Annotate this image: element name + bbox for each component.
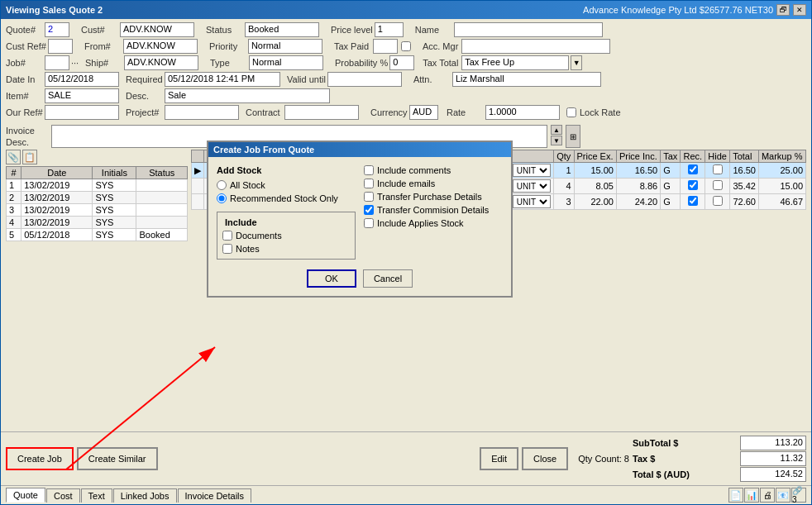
our-ref-value[interactable] — [45, 105, 119, 120]
checkbox-include-emails[interactable]: Include emails — [364, 179, 503, 188]
tax-row: Tax $ 11.32 — [633, 451, 806, 466]
tax-paid-value[interactable] — [373, 39, 398, 54]
toolbar-icon-4[interactable]: 📧 — [776, 488, 791, 503]
date-in-value[interactable]: 05/12/2018 — [45, 72, 119, 87]
toolbar-icon-1[interactable]: 📄 — [728, 488, 743, 503]
scroll-down-btn[interactable]: ▼ — [551, 136, 562, 145]
tab-linked-jobs[interactable]: Linked Jobs — [113, 488, 177, 503]
currency-label: Currency — [370, 107, 408, 117]
row-qty: 4 — [554, 179, 574, 194]
row-num: 4 — [7, 217, 21, 229]
row-num: 2 — [7, 192, 21, 204]
type-label: Type — [210, 58, 247, 68]
quote-number[interactable]: 2 — [45, 22, 69, 37]
tax-paid-label: Tax Paid — [334, 41, 371, 51]
item-value[interactable]: SALE — [45, 88, 119, 103]
activity-row: 4 13/02/2019 SYS — [7, 217, 188, 229]
project-value[interactable] — [165, 105, 239, 120]
attachment-icon[interactable]: 📎 — [6, 150, 21, 164]
notes-icon[interactable]: 📋 — [22, 150, 37, 164]
include-comments-checkbox[interactable] — [364, 165, 374, 175]
row-rec[interactable] — [681, 163, 705, 179]
name-value[interactable] — [454, 22, 603, 37]
attn-value[interactable]: Liz Marshall — [452, 72, 601, 87]
cancel-button[interactable]: Cancel — [363, 269, 413, 288]
checkbox-notes[interactable]: Notes — [222, 244, 350, 254]
currency-value[interactable]: AUD — [409, 105, 438, 120]
checkbox-include-applies[interactable]: Include Applies Stock — [364, 218, 503, 228]
row-rec[interactable] — [681, 194, 705, 210]
row-initials: SYS — [93, 204, 136, 217]
probability-value[interactable]: 0 — [389, 55, 414, 70]
from-value[interactable]: ADV.KNOW — [123, 39, 198, 54]
ok-button[interactable]: OK — [307, 269, 356, 288]
toolbar-icon-3[interactable]: 🖨 — [760, 488, 775, 503]
ship-value[interactable]: ADV.KNOW — [124, 55, 198, 70]
tax-paid-checkbox[interactable] — [401, 41, 411, 51]
totals-panel: SubTotal $ 113.20 Tax $ 11.32 Total $ (A… — [633, 436, 806, 482]
documents-checkbox[interactable] — [222, 231, 232, 241]
notes-checkbox[interactable] — [222, 244, 232, 254]
row-hide[interactable] — [705, 179, 730, 194]
include-applies-checkbox[interactable] — [364, 218, 374, 228]
checkbox-transfer-purchase[interactable]: Transfer Purchase Details — [364, 192, 503, 202]
valid-until-value[interactable] — [327, 72, 402, 87]
required-value[interactable]: 05/12/2018 12:41 PM — [165, 72, 280, 87]
transfer-purchase-label: Transfer Purchase Details — [377, 192, 482, 202]
row-initials: SYS — [93, 179, 136, 192]
tax-total-dropdown[interactable]: ▼ — [571, 55, 582, 70]
transfer-purchase-checkbox[interactable] — [364, 192, 374, 202]
status-value[interactable]: Booked — [245, 22, 319, 37]
include-comments-label: Include comments — [377, 165, 451, 175]
row-unit[interactable]: UNIT — [509, 163, 553, 179]
radio-all-stock-input[interactable] — [217, 180, 227, 190]
expand-btn[interactable]: ⊞ — [566, 125, 580, 148]
total-value: 124.52 — [740, 467, 806, 482]
rate-value[interactable]: 1.0000 — [485, 105, 560, 120]
type-value[interactable]: Normal — [249, 55, 323, 70]
checkbox-documents[interactable]: Documents — [222, 231, 350, 241]
transfer-commission-checkbox[interactable] — [364, 205, 374, 215]
tax-total-value[interactable]: Tax Free Up — [461, 55, 569, 70]
toolbar-icon-2[interactable]: 📊 — [744, 488, 759, 503]
row-unit[interactable]: UNIT — [509, 179, 553, 194]
row-rec[interactable] — [681, 179, 705, 194]
priority-value[interactable]: Normal — [248, 39, 322, 54]
create-similar-button[interactable]: Create Similar — [77, 447, 158, 470]
row-hide[interactable] — [705, 194, 730, 210]
radio-all-stock[interactable]: All Stock — [217, 180, 356, 190]
create-job-dialog[interactable]: Create Job From Quote Add Stock All Stoc… — [207, 141, 513, 298]
tab-invoice-details[interactable]: Invoice Details — [178, 488, 252, 503]
scroll-up-btn[interactable]: ▲ — [551, 125, 562, 135]
subtotal-row: SubTotal $ 113.20 — [633, 436, 806, 450]
tab-quote[interactable]: Quote — [6, 488, 45, 503]
acc-mgr-label: Acc. Mgr — [423, 41, 460, 51]
tab-cost[interactable]: Cost — [46, 488, 80, 503]
radio-recommended-stock-input[interactable] — [217, 193, 227, 203]
checkbox-include-comments[interactable]: Include comments — [364, 165, 503, 175]
col-arrow — [192, 150, 204, 163]
contract-value[interactable] — [284, 105, 359, 120]
edit-button[interactable]: Edit — [480, 447, 518, 470]
close-window-button[interactable]: ✕ — [793, 4, 806, 16]
probability-label: Probability % — [335, 58, 388, 68]
radio-recommended-stock[interactable]: Recommended Stock Only — [217, 193, 356, 203]
row-unit[interactable]: UNIT — [509, 194, 553, 210]
job-value[interactable] — [45, 55, 69, 70]
toolbar-count[interactable]: 🔗 3 — [791, 488, 806, 503]
date-in-label: Date In — [6, 74, 43, 84]
checkbox-transfer-commission[interactable]: Transfer Commision Details — [364, 205, 503, 215]
create-job-button[interactable]: Create Job — [6, 447, 74, 470]
lock-rate-checkbox[interactable] — [566, 107, 576, 117]
restore-button[interactable]: 🗗 — [776, 4, 790, 16]
row-hide[interactable] — [705, 163, 730, 179]
close-button[interactable]: Close — [522, 447, 568, 470]
cust-hash-value[interactable]: ADV.KNOW — [120, 22, 194, 37]
include-emails-checkbox[interactable] — [364, 179, 374, 188]
tab-text[interactable]: Text — [81, 488, 112, 503]
cust-ref-value[interactable] — [48, 39, 73, 54]
acc-mgr-value[interactable] — [461, 39, 610, 54]
desc-value[interactable]: Sale — [165, 88, 330, 103]
price-level-value[interactable]: 1 — [375, 22, 404, 37]
row-total: 35.42 — [730, 179, 759, 194]
